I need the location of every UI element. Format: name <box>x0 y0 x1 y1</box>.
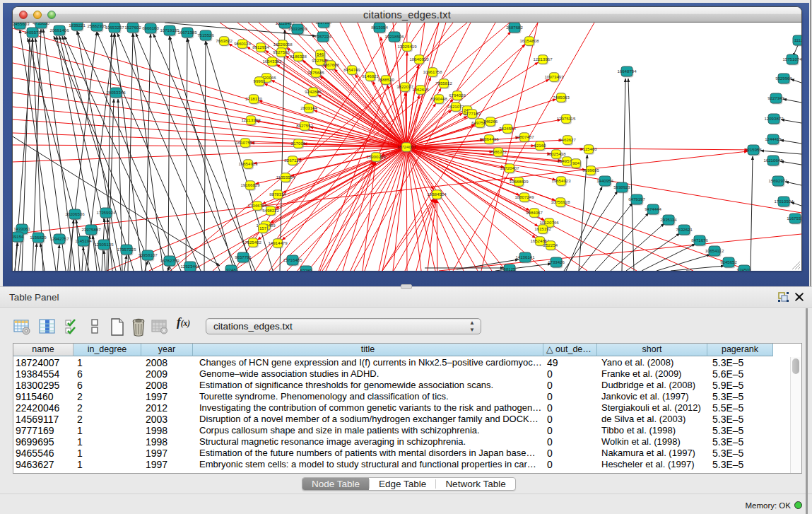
svg-text:5498222: 5498222 <box>262 208 279 213</box>
svg-text:1839221: 1839221 <box>69 23 86 28</box>
svg-text:12975115: 12975115 <box>557 116 576 121</box>
svg-text:12505135: 12505135 <box>94 242 114 247</box>
svg-text:12093873: 12093873 <box>764 116 784 121</box>
svg-text:15300295: 15300295 <box>366 154 386 159</box>
svg-text:1588520: 1588520 <box>377 77 394 82</box>
svg-text:16033809: 16033809 <box>288 26 307 31</box>
svg-text:924501: 924501 <box>737 267 752 271</box>
svg-text:10654112: 10654112 <box>705 248 724 253</box>
svg-text:19654923: 19654923 <box>238 161 258 166</box>
svg-text:7955812: 7955812 <box>435 81 452 86</box>
svg-text:3824554: 3824554 <box>499 126 516 131</box>
svg-text:22455603: 22455603 <box>13 23 30 26</box>
svg-text:217006: 217006 <box>291 141 306 146</box>
svg-text:1112: 1112 <box>794 37 801 42</box>
svg-text:88125: 88125 <box>504 267 517 271</box>
svg-text:8912954: 8912954 <box>252 45 269 49</box>
svg-text:9242845: 9242845 <box>305 89 322 94</box>
svg-text:9084067: 9084067 <box>526 210 543 215</box>
svg-text:16648794: 16648794 <box>617 69 637 74</box>
svg-text:18807249: 18807249 <box>514 194 534 199</box>
svg-text:5938923: 5938923 <box>613 185 630 189</box>
svg-text:2718170: 2718170 <box>245 96 262 101</box>
svg-text:10653257: 10653257 <box>105 25 124 30</box>
svg-text:1362615: 1362615 <box>412 87 429 92</box>
svg-text:9860124: 9860124 <box>234 41 251 46</box>
svg-text:9227343: 9227343 <box>767 95 784 100</box>
svg-text:7625402: 7625402 <box>245 240 261 245</box>
svg-text:8454749: 8454749 <box>343 67 360 72</box>
svg-text:1167533: 1167533 <box>787 216 801 221</box>
svg-text:1156829: 1156829 <box>30 235 47 240</box>
svg-text:19218506: 19218506 <box>384 34 404 39</box>
svg-text:14136141: 14136141 <box>515 255 535 259</box>
svg-text:17359924: 17359924 <box>96 210 116 215</box>
svg-text:12942757: 12942757 <box>49 236 69 241</box>
svg-text:546: 546 <box>317 52 324 57</box>
svg-text:1405571: 1405571 <box>24 30 41 35</box>
svg-text:1733426: 1733426 <box>548 259 565 264</box>
svg-text:20206536: 20206536 <box>65 211 85 216</box>
svg-text:15692971: 15692971 <box>768 178 788 183</box>
svg-text:8990448: 8990448 <box>430 96 447 101</box>
svg-text:8813054: 8813054 <box>371 25 388 30</box>
svg-text:9699695: 9699695 <box>582 168 599 173</box>
svg-text:28053346: 28053346 <box>106 90 126 95</box>
svg-text:9327506: 9327506 <box>273 49 290 54</box>
svg-text:39154: 39154 <box>13 234 24 239</box>
svg-text:12923446: 12923446 <box>180 264 200 269</box>
svg-text:2935114: 2935114 <box>660 217 677 222</box>
svg-text:12213389: 12213389 <box>241 117 261 122</box>
svg-text:17046766: 17046766 <box>247 203 267 208</box>
svg-text:10807487: 10807487 <box>514 134 534 139</box>
svg-text:15720407: 15720407 <box>500 165 519 170</box>
svg-text:3875685: 3875685 <box>307 70 324 75</box>
svg-text:16543382: 16543382 <box>262 59 282 64</box>
svg-text:2867608: 2867608 <box>322 62 339 67</box>
svg-text:17957225: 17957225 <box>117 247 136 252</box>
svg-text:7986372: 7986372 <box>490 149 507 154</box>
svg-text:1615192: 1615192 <box>534 226 551 231</box>
svg-text:9245652: 9245652 <box>720 259 737 264</box>
svg-text:7663822: 7663822 <box>216 38 233 43</box>
svg-text:13325419: 13325419 <box>397 44 417 49</box>
svg-text:16154808: 16154808 <box>519 38 539 43</box>
svg-text:7357224: 7357224 <box>314 34 331 39</box>
svg-text:8267110: 8267110 <box>284 158 301 163</box>
svg-text:19654923: 19654923 <box>551 178 571 183</box>
svg-text:10025438: 10025438 <box>546 151 566 156</box>
svg-text:10961758: 10961758 <box>423 69 442 74</box>
svg-text:9217207: 9217207 <box>315 23 332 25</box>
svg-text:3215955: 3215955 <box>745 147 762 152</box>
svg-text:1440954: 1440954 <box>596 178 613 183</box>
svg-text:15751074: 15751074 <box>782 57 801 62</box>
svg-text:23975887: 23975887 <box>81 227 101 232</box>
svg-text:6966160: 6966160 <box>142 25 159 30</box>
svg-text:6794028: 6794028 <box>449 93 466 98</box>
svg-text:1621072: 1621072 <box>447 104 464 109</box>
svg-text:9463627: 9463627 <box>559 137 576 142</box>
svg-text:16671385: 16671385 <box>177 30 197 35</box>
svg-text:19166829: 19166829 <box>240 182 260 187</box>
svg-text:20364436: 20364436 <box>479 136 499 141</box>
svg-text:1145194: 1145194 <box>75 238 92 243</box>
svg-text:18226058: 18226058 <box>273 42 293 47</box>
svg-text:17010504: 17010504 <box>774 199 794 204</box>
svg-text:8878334: 8878334 <box>269 192 286 197</box>
svg-text:2803144: 2803144 <box>300 105 317 110</box>
svg-text:9329966: 9329966 <box>775 76 792 81</box>
svg-text:7485063: 7485063 <box>553 95 570 100</box>
svg-text:4735650: 4735650 <box>33 23 49 25</box>
svg-text:10688609: 10688609 <box>509 179 529 184</box>
svg-text:8186328: 8186328 <box>290 54 307 59</box>
svg-text:10756928: 10756928 <box>551 199 570 204</box>
svg-text:10958107: 10958107 <box>138 252 158 257</box>
svg-text:10120746: 10120746 <box>539 220 559 225</box>
svg-text:746266: 746266 <box>483 119 498 124</box>
svg-text:3822037: 3822037 <box>396 84 413 89</box>
svg-text:1433061: 1433061 <box>13 226 30 231</box>
svg-text:9657791: 9657791 <box>235 255 252 259</box>
svg-text:7515526: 7515526 <box>197 33 214 37</box>
svg-text:18724007: 18724007 <box>396 144 416 149</box>
svg-text:25882305: 25882305 <box>87 23 107 28</box>
